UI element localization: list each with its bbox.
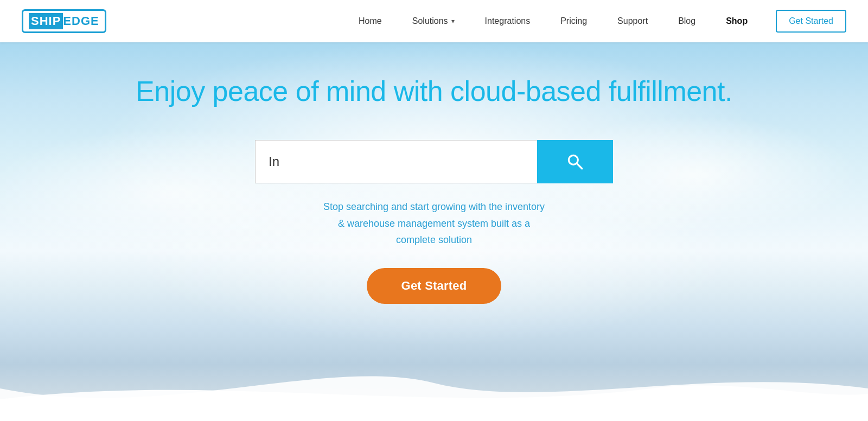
hero-headline: Enjoy peace of mind with cloud-based ful…: [136, 75, 732, 107]
chevron-down-icon: ▾: [451, 17, 455, 25]
hero-content: Enjoy peace of mind with cloud-based ful…: [0, 42, 868, 304]
nav-shop[interactable]: Shop: [711, 16, 763, 26]
header: SHIP EDGE Home Solutions ▾ Integrations …: [0, 0, 868, 42]
nav-home[interactable]: Home: [343, 16, 397, 26]
logo-ship: SHIP: [29, 13, 63, 29]
search-bar: [255, 140, 613, 183]
logo-edge: EDGE: [63, 14, 99, 28]
nav-get-started-button[interactable]: Get Started: [776, 10, 846, 33]
svg-line-1: [577, 163, 582, 169]
nav-support[interactable]: Support: [602, 16, 663, 26]
main-nav: Home Solutions ▾ Integrations Pricing Su…: [343, 16, 763, 26]
hero-wave: [0, 356, 868, 421]
hero-subtext: Stop searching and start growing with th…: [323, 199, 545, 248]
nav-pricing[interactable]: Pricing: [545, 16, 602, 26]
logo[interactable]: SHIP EDGE: [22, 9, 106, 33]
search-input[interactable]: [255, 140, 537, 183]
nav-integrations[interactable]: Integrations: [470, 16, 546, 26]
hero-section: Enjoy peace of mind with cloud-based ful…: [0, 42, 868, 421]
search-button[interactable]: [537, 140, 613, 183]
nav-solutions[interactable]: Solutions ▾: [397, 16, 470, 26]
nav-blog[interactable]: Blog: [663, 16, 711, 26]
search-icon: [566, 152, 584, 171]
hero-get-started-button[interactable]: Get Started: [367, 268, 502, 304]
